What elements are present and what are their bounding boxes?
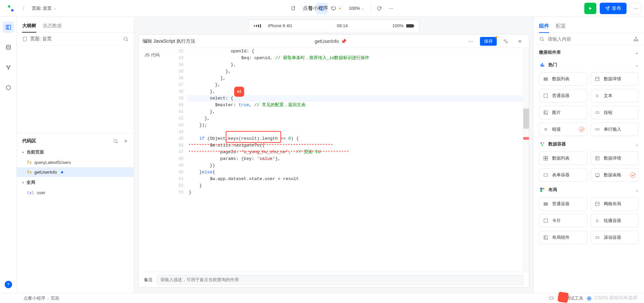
component-icon bbox=[594, 126, 600, 132]
watermark-stamp-icon bbox=[557, 292, 569, 303]
svg-rect-21 bbox=[543, 65, 544, 67]
crumb-app[interactable]: 点餐小程序 bbox=[23, 295, 45, 301]
minimap[interactable] bbox=[523, 48, 529, 272]
component-文本[interactable]: 文本 bbox=[591, 89, 639, 102]
component-表单容器[interactable]: 表单容器 bbox=[539, 168, 587, 182]
svg-rect-39 bbox=[544, 174, 548, 176]
component-普通容器[interactable]: 普通容器 bbox=[539, 89, 587, 102]
svg-point-14 bbox=[540, 37, 543, 40]
component-icon bbox=[543, 234, 549, 241]
component-布局组件[interactable]: 布局组件 bbox=[539, 231, 587, 244]
component-网格布局[interactable]: 网格布局 bbox=[591, 197, 639, 211]
component-search-input[interactable] bbox=[548, 36, 630, 42]
left-tab-outline[interactable]: 大纲树 bbox=[22, 20, 36, 32]
svg-rect-37 bbox=[546, 159, 548, 160]
svg-point-53 bbox=[545, 236, 546, 237]
svg-point-9 bbox=[9, 66, 10, 67]
function-icon: fx bbox=[27, 170, 32, 175]
component-数据详情[interactable]: 数据详情 bbox=[591, 72, 639, 86]
plus-icon[interactable] bbox=[123, 138, 128, 144]
svg-point-28 bbox=[545, 112, 546, 113]
editor-side-label: JS 代码 bbox=[139, 48, 172, 272]
component-轮播容器[interactable]: 轮播容器 bbox=[591, 214, 639, 227]
component-普通容器[interactable]: 普通容器 bbox=[539, 197, 587, 211]
code-var-user[interactable]: (x) user bbox=[17, 188, 134, 198]
component-链接[interactable]: 链接 bbox=[539, 123, 587, 136]
publish-button[interactable]: 发布 bbox=[600, 3, 627, 14]
svg-rect-20 bbox=[542, 63, 543, 67]
collapse-icon[interactable] bbox=[501, 36, 511, 46]
component-icon bbox=[594, 201, 600, 207]
code-section-current[interactable]: ▾ 当前页面 bbox=[17, 147, 134, 158]
top-more-icon[interactable]: ⋯ bbox=[630, 3, 641, 14]
svg-rect-48 bbox=[544, 204, 548, 204]
code-editor[interactable]: 3233343536373839404142434445464748495051… bbox=[172, 48, 529, 272]
pin-icon[interactable]: 📌 bbox=[341, 39, 346, 44]
tree-layout-icon[interactable] bbox=[633, 36, 639, 42]
svg-rect-30 bbox=[595, 129, 599, 130]
code-section-global[interactable]: ▾ 全局 bbox=[17, 177, 134, 188]
remark-label: 备注 bbox=[144, 277, 153, 283]
outline-page-item[interactable]: 页面: 首页 bbox=[30, 36, 52, 42]
variable-icon: (x) bbox=[27, 190, 34, 195]
help-icon[interactable]: ? bbox=[5, 281, 12, 288]
save-button[interactable]: 保存 bbox=[480, 37, 497, 46]
svg-rect-44 bbox=[540, 188, 542, 189]
rail-outline-icon[interactable] bbox=[3, 21, 14, 33]
svg-point-42 bbox=[597, 177, 597, 177]
svg-rect-11 bbox=[23, 37, 26, 41]
editor-file-name: getUserInfo 📌 bbox=[315, 39, 346, 44]
svg-rect-45 bbox=[543, 188, 544, 189]
right-tab-components[interactable]: 组件 bbox=[539, 21, 549, 33]
send-icon bbox=[605, 6, 610, 11]
svg-point-7 bbox=[6, 45, 10, 47]
ai-assist-icon[interactable]: AI bbox=[234, 87, 244, 97]
component-数据列表[interactable]: 数据列表 bbox=[539, 72, 587, 86]
svg-rect-19 bbox=[541, 64, 542, 67]
component-icon bbox=[543, 93, 549, 99]
refresh-icon[interactable] bbox=[374, 3, 385, 14]
search-icon[interactable] bbox=[113, 138, 118, 144]
page-selector[interactable]: 页面: 首页 ⌄ bbox=[29, 3, 60, 13]
component-单行输入[interactable]: 单行输入 bbox=[591, 123, 639, 136]
search-icon[interactable] bbox=[123, 36, 128, 42]
component-卡片[interactable]: 卡片 bbox=[539, 214, 587, 227]
left-icon-rail: ? bbox=[0, 17, 17, 293]
component-section-header[interactable]: 数据容器⌄ bbox=[534, 137, 644, 149]
more-icon[interactable]: ⋯ bbox=[385, 3, 396, 14]
component-lib-header[interactable]: 微搭组件库 ⌄ bbox=[534, 45, 644, 57]
app-menu-icon[interactable]: ⋮ bbox=[19, 6, 29, 11]
code-file-queryLatest5Users[interactable]: fx queryLatest5Users bbox=[17, 158, 134, 167]
run-button[interactable] bbox=[584, 3, 596, 14]
component-section-header[interactable]: 布局⌄ bbox=[534, 182, 644, 195]
component-按钮[interactable]: 按钮 bbox=[591, 106, 639, 119]
svg-rect-26 bbox=[544, 94, 548, 98]
add-page-icon[interactable] bbox=[288, 3, 299, 14]
svg-rect-25 bbox=[595, 77, 599, 81]
app-logo bbox=[6, 4, 15, 13]
svg-rect-49 bbox=[544, 205, 548, 206]
svg-rect-38 bbox=[595, 157, 599, 160]
rail-data-icon[interactable] bbox=[3, 42, 14, 53]
component-图片[interactable]: 图片 bbox=[539, 106, 587, 119]
component-数据详情[interactable]: 数据详情 bbox=[591, 152, 639, 165]
svg-rect-0 bbox=[292, 6, 294, 10]
component-icon bbox=[543, 201, 549, 207]
code-file-getUserInfo[interactable]: fx getUserInfo bbox=[17, 167, 134, 177]
rail-apps-icon[interactable] bbox=[3, 62, 14, 73]
remark-input[interactable] bbox=[157, 275, 524, 285]
crumb-page[interactable]: 页面 bbox=[51, 295, 59, 301]
component-数据列表[interactable]: 数据列表 bbox=[539, 152, 587, 165]
rail-settings-icon[interactable] bbox=[3, 82, 14, 93]
zoom-select[interactable]: 100%⌄ bbox=[345, 6, 368, 11]
component-icon bbox=[594, 172, 600, 178]
left-tab-state[interactable]: 状态数据 bbox=[43, 20, 62, 32]
right-tab-config[interactable]: 配置 bbox=[556, 21, 566, 33]
component-icon bbox=[594, 234, 600, 241]
code-area-header: 代码区 bbox=[17, 133, 134, 147]
component-滚动容器[interactable]: 滚动容器 bbox=[591, 231, 639, 244]
close-icon[interactable] bbox=[515, 36, 525, 46]
editor-more-icon[interactable]: ⋯ bbox=[466, 36, 476, 46]
component-section-header[interactable]: 热门⌄ bbox=[534, 57, 644, 70]
component-数据表格[interactable]: 数据表格 bbox=[591, 168, 639, 182]
